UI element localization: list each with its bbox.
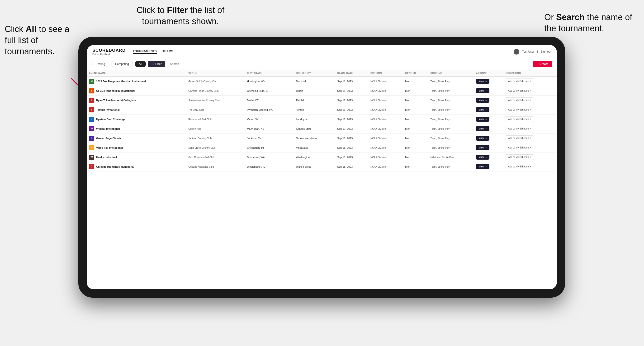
scoring: Individual, Stroke Play bbox=[430, 156, 454, 159]
create-button[interactable]: + Create bbox=[533, 61, 552, 67]
event-cell: I OFCC Fighting Illini Invitational bbox=[89, 88, 184, 93]
add-schedule-button[interactable]: Add to My Schedule + bbox=[506, 126, 534, 131]
scoring: Team, Stroke Play bbox=[430, 166, 450, 168]
city-state: Olympia Fields, IL bbox=[247, 89, 268, 92]
gender: Men bbox=[405, 80, 410, 83]
event-name: Grover Page Classic bbox=[96, 137, 122, 140]
start-date: Sep 17, 2023 bbox=[337, 127, 353, 130]
filter-button[interactable]: ☰ Filter bbox=[148, 61, 165, 67]
start-date: Sep 18, 2023 bbox=[337, 156, 353, 159]
scoring: Team, Stroke Play bbox=[430, 118, 450, 121]
gender: Men bbox=[405, 118, 410, 121]
col-header-hosted: HOSTED BY bbox=[294, 70, 334, 77]
gender: Men bbox=[405, 137, 410, 140]
division: NCAA Division I bbox=[370, 109, 387, 111]
table-row: W Wildcat Invitational Colbert Hills Man… bbox=[87, 124, 557, 134]
logo-sub: Powered by clippd bbox=[92, 53, 126, 55]
event-name: Temple Invitational bbox=[96, 108, 120, 111]
start-date: Sep 18, 2023 bbox=[337, 165, 353, 168]
view-icon: ● bbox=[485, 166, 486, 168]
team-logo: G bbox=[89, 136, 94, 141]
add-schedule-button[interactable]: Add to My Schedule + bbox=[506, 135, 534, 141]
event-name: Wildcat Invitational bbox=[96, 127, 120, 130]
view-icon: ● bbox=[485, 80, 486, 83]
col-header-gender: GENDER bbox=[403, 70, 428, 77]
event-name: Chicago Highlands Invitational bbox=[96, 165, 134, 168]
view-icon: ● bbox=[485, 118, 486, 121]
all-tab[interactable]: All bbox=[135, 61, 146, 67]
nav-links: TOURNAMENTS TEAMS bbox=[133, 49, 514, 54]
view-icon: ● bbox=[485, 156, 486, 159]
table-row: M 2023 Joe Feaganes Marshall Invitationa… bbox=[87, 77, 557, 86]
add-schedule-button[interactable]: Add to My Schedule + bbox=[506, 88, 534, 93]
scoring: Team, Stroke Play bbox=[430, 90, 450, 92]
venue: Ravenwood Golf Club bbox=[188, 118, 211, 121]
division: NCAA Division I bbox=[370, 166, 387, 168]
add-schedule-button[interactable]: Add to My Schedule + bbox=[506, 97, 534, 103]
start-date: Sep 16, 2023 bbox=[337, 108, 353, 111]
add-schedule-button[interactable]: Add to My Schedule + bbox=[506, 116, 534, 122]
team-logo: V bbox=[89, 145, 94, 150]
table-row: G Grover Page Classic Jackson Country Cl… bbox=[87, 134, 557, 143]
add-schedule-button[interactable]: Add to My Schedule + bbox=[506, 78, 534, 84]
start-date: Sep 18, 2023 bbox=[337, 146, 353, 149]
nav-teams[interactable]: TEAMS bbox=[162, 49, 173, 54]
city-state: Berlin, CT bbox=[247, 99, 258, 102]
col-header-competing: COMPETING bbox=[503, 70, 557, 77]
view-icon: ● bbox=[485, 99, 486, 102]
view-button[interactable]: View ● bbox=[476, 117, 490, 122]
user-name: Test User bbox=[522, 50, 534, 53]
add-schedule-button[interactable]: Add to My Schedule + bbox=[506, 154, 534, 160]
nav-tournaments[interactable]: TOURNAMENTS bbox=[133, 49, 157, 54]
event-name: 2023 Joe Feaganes Marshall Invitational bbox=[96, 80, 146, 83]
view-button[interactable]: View ● bbox=[476, 107, 490, 112]
add-schedule-button[interactable]: Add to My Schedule + bbox=[506, 145, 534, 150]
sign-out-link[interactable]: Sign out bbox=[541, 50, 551, 53]
scoring: Team, Stroke Play bbox=[430, 128, 450, 130]
city-state: Westchester, IL bbox=[247, 165, 265, 168]
view-button[interactable]: View ● bbox=[476, 79, 490, 84]
view-button[interactable]: View ● bbox=[476, 145, 490, 150]
division: NCAA Division I bbox=[370, 128, 387, 130]
search-input[interactable] bbox=[167, 61, 262, 67]
venue: Olympia Fields Country Club bbox=[188, 90, 218, 92]
view-icon: ● bbox=[485, 137, 486, 140]
add-schedule-button[interactable]: Add to My Schedule + bbox=[506, 164, 534, 169]
team-logo: T bbox=[89, 107, 94, 112]
hosted-by: Tennessee-Martin bbox=[296, 137, 316, 140]
start-date: Sep 18, 2023 bbox=[337, 137, 353, 140]
event-cell: W Husky Individual bbox=[89, 155, 184, 160]
table-row: W Husky Individual Gold Mountain Golf Cl… bbox=[87, 153, 557, 162]
event-cell: C Chicago Highlands Invitational bbox=[89, 164, 184, 169]
hosting-tab[interactable]: Hosting bbox=[92, 61, 109, 67]
city-state: Manhattan, KS bbox=[247, 127, 264, 130]
tablet-screen: SCOREBOARD Powered by clippd TOURNAMENTS… bbox=[87, 45, 557, 289]
view-button[interactable]: View ● bbox=[476, 88, 490, 93]
add-schedule-button[interactable]: Add to My Schedule + bbox=[506, 107, 534, 112]
hosted-by: Fairfield bbox=[296, 99, 305, 102]
venue: Guyan Golf & Country Club bbox=[188, 80, 217, 83]
view-button[interactable]: View ● bbox=[476, 136, 490, 141]
col-header-date: START DATE bbox=[335, 70, 368, 77]
view-button[interactable]: View ● bbox=[476, 98, 490, 103]
event-cell: G Grover Page Classic bbox=[89, 136, 184, 141]
table-row: U Upstate Dual Challenge Ravenwood Golf … bbox=[87, 115, 557, 124]
gender: Men bbox=[405, 108, 410, 111]
logo-text: SCOREBOARD bbox=[92, 48, 126, 53]
division: NCAA Division I bbox=[370, 99, 387, 102]
view-button[interactable]: View ● bbox=[476, 126, 490, 131]
competing-tab[interactable]: Competing bbox=[111, 61, 133, 67]
start-date: Sep 15, 2023 bbox=[337, 89, 353, 92]
view-icon: ● bbox=[485, 128, 486, 130]
event-name: Husky Individual bbox=[96, 156, 117, 159]
table-row: I OFCC Fighting Illini Invitational Olym… bbox=[87, 86, 557, 96]
event-name: Ryan T. Lee Memorial Collegiate bbox=[96, 99, 136, 102]
tournaments-table: EVENT NAME VENUE CITY, STATE HOSTED BY S… bbox=[87, 70, 557, 172]
start-date: Sep 16, 2023 bbox=[337, 99, 353, 102]
view-button[interactable]: View ● bbox=[476, 155, 490, 160]
col-header-actions: ACTIONS bbox=[474, 70, 503, 77]
view-button[interactable]: View ● bbox=[476, 164, 490, 169]
event-cell: V Valpo Fall Invitational bbox=[89, 145, 184, 150]
annotation-topcenter: Click to Filter the list of tournaments … bbox=[124, 5, 238, 27]
division: NCAA Division I bbox=[370, 147, 387, 149]
